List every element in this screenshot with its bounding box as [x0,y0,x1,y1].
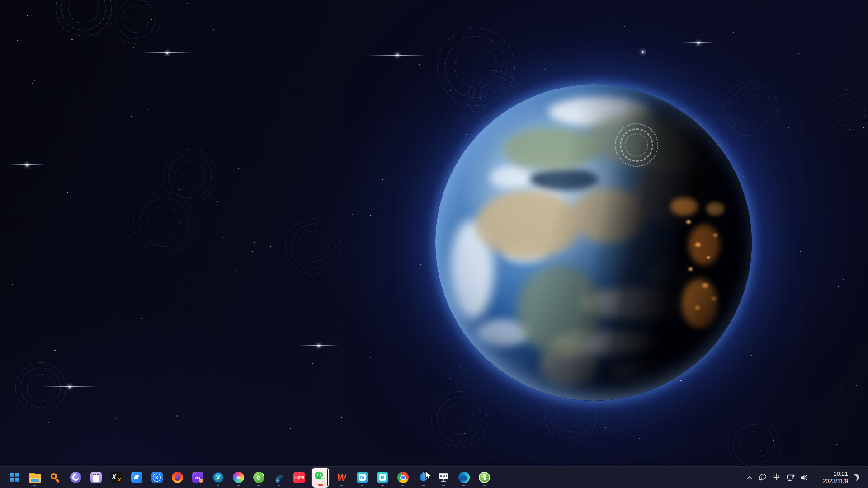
taskbar-item-monitor-app[interactable] [434,469,453,487]
earth-atmosphere-rim [435,84,752,401]
chrome-icon [397,472,409,483]
taskbar-item-telescope-app[interactable] [270,469,288,487]
taskbar-item-xmind[interactable]: X x [107,469,125,487]
search-icon [50,472,61,483]
taskbar-item-infinity-app[interactable]: ∞ [189,469,207,487]
tray-network[interactable] [784,469,797,487]
start-button[interactable] [5,469,24,487]
taskbar-item-file-explorer[interactable] [26,469,44,487]
tray-do-not-disturb[interactable] [848,469,863,487]
taskbar-item-purple-circle-app[interactable] [66,469,85,487]
taskbar-item-edge[interactable] [455,469,473,487]
desktop: X x K ∞ V [0,0,868,488]
chevron-up-icon [745,474,754,482]
moon-icon [852,474,859,481]
taskbar-item-color-wheel[interactable] [229,469,247,487]
network-icon [786,473,795,482]
fox-badge [199,479,203,483]
telescope-icon [273,472,285,483]
clock-date: 2023/11/9 [822,478,848,485]
taskbar-item-k-app[interactable]: K [148,469,166,487]
maxthon-icon: m [357,472,368,483]
monitor-face-icon [438,473,449,483]
wechat-active-indicator [318,484,323,486]
edge-icon [458,472,470,483]
windows-logo-icon [10,473,19,482]
tray-volume[interactable] [797,469,811,487]
color-wheel-icon [233,472,244,483]
system-tray: 中 10:21 2023/11/9 [743,467,868,488]
taskbar-item-chrome[interactable] [394,469,412,487]
notes-card-icon [90,472,102,483]
taskbar-item-wps[interactable]: W [333,469,351,487]
k-circle-icon: K [151,472,163,483]
tray-chevron-up[interactable] [743,469,756,487]
taskbar-item-firefox[interactable] [168,469,186,487]
taskbar-item-360-browser[interactable]: e [250,469,268,487]
green-e-browser-icon: e [253,472,264,483]
taskbar-item-wechat[interactable] [311,469,330,487]
earth-wallpaper [435,84,752,401]
taskbar-item-xiaohongshu[interactable]: 小红书 [290,469,308,487]
taskbar-item-v-meeting[interactable]: V [209,469,227,487]
tray-ime-indicator[interactable]: 中 [769,469,784,487]
folder-icon [29,473,41,483]
tray-satellite-dish-app[interactable] [756,469,769,487]
firefox-icon [172,472,183,483]
clock-time: 10:21 [833,470,848,478]
taskbar-item-eagle[interactable] [127,469,146,487]
infinity-icon: ∞ [192,472,203,483]
purple-ring-icon [70,472,81,483]
mouse-cursor [425,470,434,481]
wps-w-icon: W [337,473,346,482]
eagle-icon [131,472,142,483]
stacked-window-edge [327,469,328,486]
mandala-ring-overlay [615,123,658,167]
taskbar-item-purple-notes-app[interactable] [87,469,105,487]
taskbar-item-maxthon-beta[interactable]: m [373,469,392,487]
taskbar-item-keepass[interactable] [475,469,493,487]
tray-clock[interactable]: 10:21 2023/11/9 [811,469,848,487]
wechat-bubble-small [321,476,326,481]
taskbar-item-search[interactable] [46,469,64,487]
xmind-icon: X x [111,472,122,483]
maxthon-beta-icon: m [377,472,388,483]
keepass-key-icon [479,472,490,483]
speaker-icon [800,473,809,482]
xiaohongshu-icon: 小红书 [293,472,305,483]
satellite-dish-icon [758,473,768,483]
v-circle-icon: V [212,472,224,483]
wechat-icon [312,468,329,488]
taskbar-item-maxthon[interactable]: m [353,469,371,487]
